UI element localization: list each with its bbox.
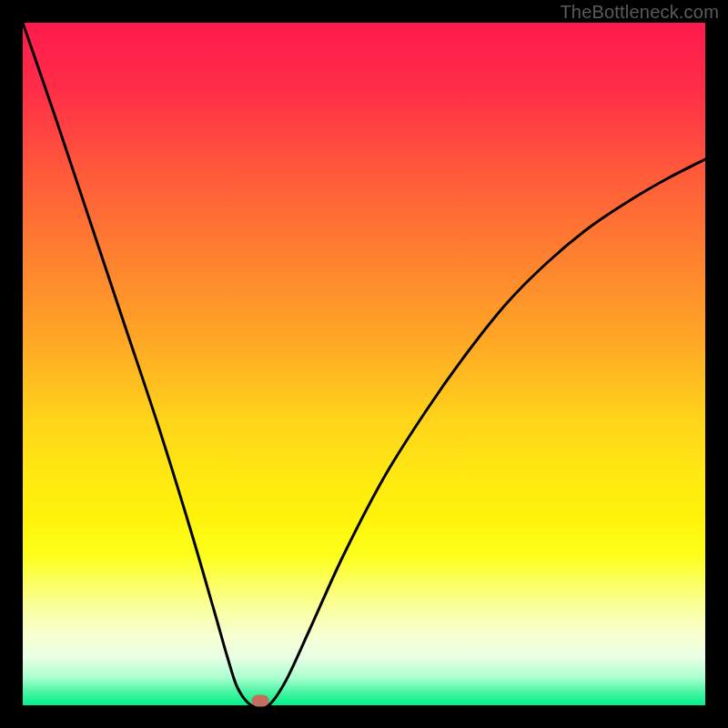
chart-frame [23,23,705,705]
optimal-point-marker [252,695,269,707]
watermark-text: TheBottleneck.com [560,2,719,23]
bottleneck-curve [23,23,705,705]
